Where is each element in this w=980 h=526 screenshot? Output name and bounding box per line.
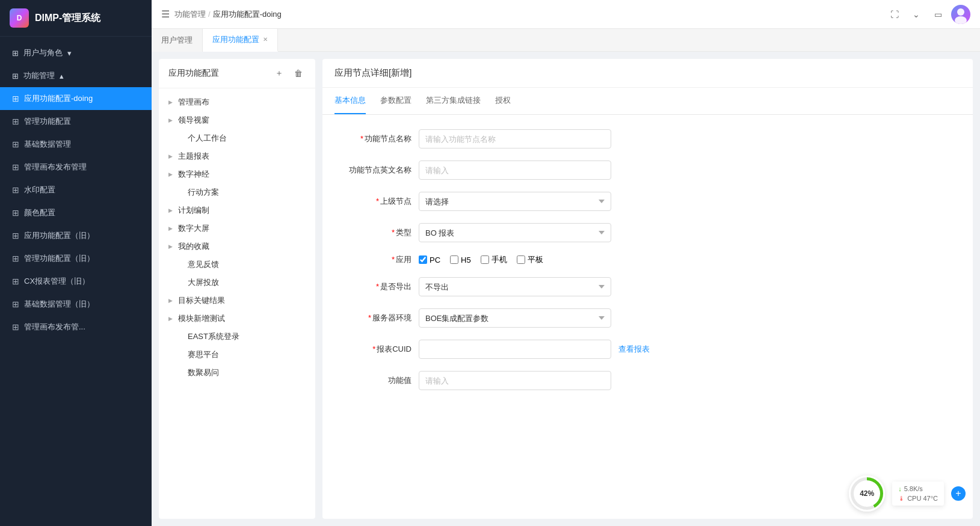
tree-arrow-digital-nerve: ▶ — [168, 171, 176, 177]
app-name: DIMP-管理系统 — [35, 12, 100, 25]
tree-item-plan-edit[interactable]: ▶ 计划编制 — [159, 201, 315, 219]
sidebar-item-func-mgmt[interactable]: ⊞ 功能管理 ▴ — [0, 64, 152, 87]
tree-item-canvas[interactable]: ▶ 管理画布 — [159, 93, 315, 111]
select-parent-node[interactable]: 请选择 — [419, 192, 611, 211]
perf-add-button[interactable]: + — [951, 486, 966, 501]
sidebar-item-color[interactable]: ⊞ 颜色配置 — [0, 201, 152, 224]
sidebar-item-base-data-old[interactable]: ⊞ 基础数据管理（旧） — [0, 293, 152, 316]
control-node-name-en — [419, 161, 611, 180]
tree-item-screen-cast[interactable]: 大屏投放 — [159, 274, 315, 292]
breadcrumb-current: 应用功能配置-doing — [213, 9, 282, 20]
tree-label-okr: 目标关键结果 — [178, 295, 306, 306]
breadcrumb-func-mgmt[interactable]: 功能管理 — [174, 9, 206, 20]
user-avatar[interactable] — [951, 5, 970, 24]
tree-item-favorites[interactable]: ▶ 我的收藏 — [159, 237, 315, 255]
tab-app-config[interactable]: 应用功能配置 ✕ — [203, 29, 278, 52]
form-body: *功能节点名称 功能节点英文名称 — [322, 115, 973, 519]
sidebar-label-base-data: 基础数据管理 — [24, 139, 140, 150]
tree-item-feedback[interactable]: 意见反馈 — [159, 255, 315, 274]
menu-toggle-icon[interactable]: ☰ — [161, 8, 170, 20]
tree-label-theme: 主题报表 — [178, 151, 306, 162]
form-tab-auth[interactable]: 授权 — [495, 88, 511, 114]
cpu-temp-stat: 🌡 CPU 47°C — [898, 495, 938, 502]
window-button[interactable]: ▭ — [929, 6, 946, 23]
form-tab-basic[interactable]: 基本信息 — [334, 88, 366, 114]
checkbox-tablet[interactable]: 平板 — [517, 254, 543, 265]
sidebar-item-watermark[interactable]: ⊞ 水印配置 — [0, 179, 152, 201]
tab-app-config-close[interactable]: ✕ — [263, 36, 268, 43]
left-panel-header: 应用功能配置 ＋ 🗑 — [159, 59, 315, 88]
input-func-value[interactable] — [419, 371, 611, 390]
fullscreen-button[interactable]: ⛶ — [886, 6, 903, 23]
sidebar-logo: D DIMP-管理系统 — [0, 0, 152, 37]
form-tab-third-party[interactable]: 第三方集成链接 — [426, 88, 481, 114]
tree-label-personal: 个人工作台 — [188, 133, 306, 144]
checkbox-mobile-input[interactable] — [481, 255, 489, 264]
sidebar-item-mgmt-func-old[interactable]: ⊞ 管理功能配置（旧） — [0, 247, 152, 270]
sidebar-item-canvas-pub[interactable]: ⊞ 管理画布发布管理 — [0, 156, 152, 179]
form-row-report-cuid: *报表CUID 查看报表 — [334, 340, 961, 359]
sidebar-item-app-config-old[interactable]: ⊞ 应用功能配置（旧） — [0, 224, 152, 247]
tree-item-theme[interactable]: ▶ 主题报表 — [159, 147, 315, 165]
tree-item-digital-screen[interactable]: ▶ 数字大屏 — [159, 219, 315, 237]
sidebar-label-app-config-old: 应用功能配置（旧） — [24, 230, 140, 241]
input-node-name-en[interactable] — [419, 161, 611, 180]
app-config-old-icon: ⊞ — [12, 231, 19, 240]
checkbox-pc-input[interactable] — [419, 255, 427, 264]
tree-arrow-canvas: ▶ — [168, 99, 176, 105]
input-report-cuid[interactable] — [419, 340, 611, 359]
tab-app-config-label: 应用功能配置 — [212, 34, 259, 45]
form-row-func-value: 功能值 — [334, 371, 961, 390]
form-row-parent-node: *上级节点 请选择 — [334, 192, 961, 211]
delete-node-button[interactable]: 🗑 — [291, 66, 306, 81]
sidebar-label-cx-report: CX报表管理（旧） — [24, 276, 140, 287]
select-server-env[interactable]: BOE集成配置参数 生产环境 — [419, 308, 611, 328]
tree-item-module-test[interactable]: ▶ 模块新增测试 — [159, 310, 315, 328]
tree-item-action-plan[interactable]: 行动方案 — [159, 183, 315, 201]
sidebar-label-users: 用户与角色 — [23, 47, 63, 58]
sidebar-item-canvas-pub-old[interactable]: ⊞ 管理画布发布管... — [0, 316, 152, 338]
select-type[interactable]: BO 报表 链接 按钮 — [419, 223, 611, 242]
tab-user-mgmt[interactable]: 用户管理 — [152, 29, 203, 52]
sidebar-item-app-config[interactable]: ⊞ 应用功能配置-doing — [0, 87, 152, 110]
checkbox-pc[interactable]: PC — [419, 255, 440, 265]
top-header: ☰ 功能管理 / 应用功能配置-doing ⛶ ⌄ ▭ — [152, 0, 980, 29]
tree-item-datajuyi[interactable]: 数聚易问 — [159, 364, 315, 382]
tree-item-east[interactable]: EAST系统登录 — [159, 328, 315, 346]
sidebar-item-cx-report[interactable]: ⊞ CX报表管理（旧） — [0, 270, 152, 293]
label-report-cuid: *报表CUID — [334, 344, 419, 355]
control-server-env: BOE集成配置参数 生产环境 — [419, 308, 611, 328]
sidebar-label-func: 功能管理 — [23, 70, 55, 81]
tree-item-digital-nerve[interactable]: ▶ 数字神经 — [159, 165, 315, 183]
view-report-link[interactable]: 查看报表 — [618, 344, 650, 355]
sidebar-label-base-data-old: 基础数据管理（旧） — [24, 299, 140, 310]
network-speed: 5.8K/s — [904, 485, 923, 492]
checkbox-tablet-input[interactable] — [517, 255, 525, 264]
tree-label-datajuyi: 数聚易问 — [188, 367, 306, 378]
sidebar-item-base-data[interactable]: ⊞ 基础数据管理 — [0, 133, 152, 156]
chevron-down-button[interactable]: ⌄ — [908, 6, 925, 23]
input-node-name[interactable] — [419, 129, 611, 148]
tree-item-leader[interactable]: ▶ 领导视窗 — [159, 111, 315, 129]
sidebar-item-mgmt-func[interactable]: ⊞ 管理功能配置 — [0, 110, 152, 133]
tree: ▶ 管理画布 ▶ 领导视窗 个人工作台 ▶ 主题报表 ▶ 数字神经 — [159, 88, 315, 519]
temp-icon: 🌡 — [898, 495, 905, 502]
tree-item-okr[interactable]: ▶ 目标关键结果 — [159, 292, 315, 310]
label-server-env: *服务器环境 — [334, 313, 419, 323]
control-node-name — [419, 129, 611, 148]
sidebar-item-users-roles[interactable]: ⊞ 用户与角色 ▾ — [0, 41, 152, 64]
tree-item-saisi[interactable]: 赛思平台 — [159, 346, 315, 364]
add-node-button[interactable]: ＋ — [272, 66, 286, 81]
label-export: *是否导出 — [334, 281, 419, 292]
checkbox-h5-input[interactable] — [450, 255, 458, 264]
sidebar-label-mgmt-func-old: 管理功能配置（旧） — [24, 253, 140, 264]
sidebar-label-color: 颜色配置 — [24, 207, 140, 218]
form-row-type: *类型 BO 报表 链接 按钮 — [334, 223, 961, 242]
checkbox-mobile[interactable]: 手机 — [481, 254, 507, 265]
tree-arrow-module-test: ▶ — [168, 316, 176, 322]
tabs-bar: 用户管理 应用功能配置 ✕ — [152, 29, 980, 52]
checkbox-h5[interactable]: H5 — [450, 255, 471, 265]
select-export[interactable]: 不导出 导出 — [419, 277, 611, 296]
tree-item-personal[interactable]: 个人工作台 — [159, 129, 315, 147]
form-tab-params[interactable]: 参数配置 — [380, 88, 411, 114]
